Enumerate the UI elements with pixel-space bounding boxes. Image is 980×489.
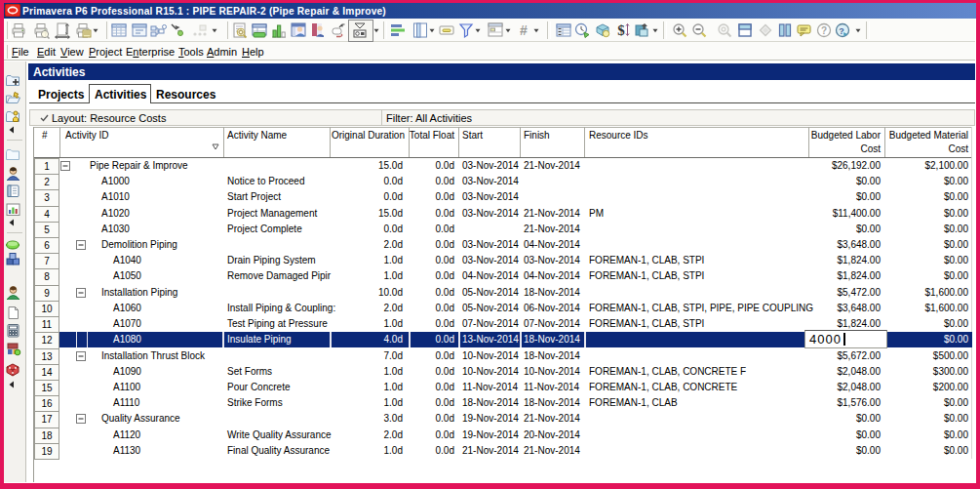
svg-text:$: $ <box>617 22 625 38</box>
svg-text:?: ? <box>839 26 844 36</box>
svg-text:?: ? <box>821 25 827 36</box>
svg-text:#: # <box>520 22 528 38</box>
